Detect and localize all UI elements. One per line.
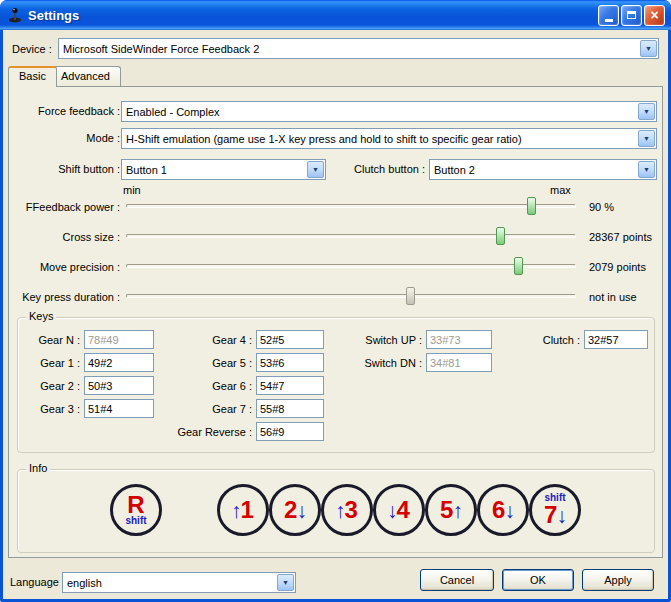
- ok-button[interactable]: OK: [502, 569, 574, 591]
- slider-thumb[interactable]: [496, 227, 505, 245]
- key-press-duration-slider[interactable]: [126, 287, 576, 305]
- keys-group-title: Keys: [26, 310, 56, 322]
- slider-max-label: max: [550, 184, 571, 196]
- move-precision-slider[interactable]: [126, 257, 576, 275]
- cancel-button[interactable]: Cancel: [420, 569, 494, 591]
- gear-6-input[interactable]: [256, 376, 324, 395]
- device-combobox[interactable]: Microsoft SideWinder Force Feedback 2 ▼: [58, 38, 659, 59]
- switch-up-field: Switch UP :: [354, 330, 492, 349]
- mode-combobox[interactable]: H-Shift emulation (game use 1-X key pres…: [121, 128, 657, 149]
- gear-3-number: 3: [345, 498, 358, 522]
- gear-7-field: Gear 7 :: [164, 399, 324, 418]
- tab-advanced[interactable]: Advanced: [50, 66, 121, 86]
- gear-7-number: 7: [544, 503, 557, 527]
- tab-panel-basic: Force feedback : Enabled - Complex ▼ Mod…: [8, 86, 663, 558]
- ffeedback-power-label: FFeedback power :: [14, 201, 120, 213]
- gear-n-label: Gear N :: [22, 334, 84, 346]
- language-value: english: [67, 577, 102, 589]
- gear-icon-3: ↑ 3: [321, 484, 373, 536]
- language-label: Language :: [10, 576, 65, 588]
- device-label: Device :: [12, 43, 52, 55]
- down-arrow-icon: ↓: [296, 500, 307, 521]
- shift-button-label: Shift button :: [14, 163, 120, 175]
- gear-6-field: Gear 6 :: [164, 376, 324, 395]
- gear-icon-2: 2 ↓: [269, 484, 321, 536]
- switch-dn-input[interactable]: [426, 353, 492, 372]
- switch-dn-field: Switch DN :: [354, 353, 492, 372]
- slider-track[interactable]: [126, 204, 576, 208]
- gear-4-input[interactable]: [256, 330, 324, 349]
- force-feedback-combobox[interactable]: Enabled - Complex ▼: [121, 101, 657, 122]
- key-press-duration-label: Key press duration :: [14, 291, 120, 303]
- clutch-label: Clutch :: [526, 334, 584, 346]
- gear-reverse-shift-label: shift: [125, 516, 146, 526]
- down-arrow-icon: ↓: [504, 500, 515, 521]
- gear-reverse-letter: R: [127, 494, 144, 516]
- settings-window: Settings × Device : Microsoft SideWinder…: [0, 0, 671, 602]
- gear-reverse-input[interactable]: [256, 422, 324, 441]
- gear-n-input[interactable]: [84, 330, 154, 349]
- clutch-input[interactable]: [584, 330, 648, 349]
- dropdown-arrow-icon[interactable]: ▼: [638, 130, 655, 147]
- gear-reverse-label: Gear Reverse :: [164, 426, 256, 438]
- gear-4-field: Gear 4 :: [164, 330, 324, 349]
- slider-track[interactable]: [126, 294, 576, 298]
- gear-7-input[interactable]: [256, 399, 324, 418]
- slider-thumb[interactable]: [406, 287, 415, 305]
- apply-button[interactable]: Apply: [582, 569, 654, 591]
- tab-basic[interactable]: Basic: [8, 66, 57, 87]
- gear-icon-7: shift 7 ↓: [529, 484, 581, 536]
- gear-6-number: 6: [492, 498, 505, 522]
- minimize-button[interactable]: [598, 5, 619, 26]
- gear-5-input[interactable]: [256, 353, 324, 372]
- up-arrow-icon: ↑: [452, 500, 463, 521]
- language-combobox[interactable]: english ▼: [62, 572, 296, 593]
- down-arrow-icon: ↓: [556, 505, 567, 526]
- gear-7-label: Gear 7 :: [164, 403, 256, 415]
- cross-size-label: Cross size :: [14, 231, 120, 243]
- dropdown-arrow-icon[interactable]: ▼: [640, 40, 657, 57]
- info-groupbox: Info R shift ↑ 1 2 ↓ ↑ 3: [17, 469, 655, 553]
- clutch-field: Clutch :: [526, 330, 648, 349]
- window-title: Settings: [28, 8, 79, 23]
- mode-value: H-Shift emulation (game use 1-X key pres…: [126, 133, 522, 145]
- gear-6-label: Gear 6 :: [164, 380, 256, 392]
- gear-1-number: 1: [241, 498, 254, 522]
- slider-track[interactable]: [126, 234, 576, 238]
- keys-groupbox: Keys Gear N : Gear 1 : Gear 2 : Gear 3 :: [17, 317, 655, 453]
- maximize-button[interactable]: [621, 5, 642, 26]
- slider-track[interactable]: [126, 264, 576, 268]
- key-press-duration-value: not in use: [589, 291, 637, 303]
- titlebar[interactable]: Settings ×: [0, 0, 671, 30]
- gear-icon-6: 6 ↓: [477, 484, 529, 536]
- dropdown-arrow-icon[interactable]: ▼: [307, 161, 324, 178]
- move-precision-value: 2079 points: [589, 261, 646, 273]
- gear-1-field: Gear 1 :: [22, 353, 154, 372]
- slider-thumb[interactable]: [527, 197, 536, 215]
- slider-thumb[interactable]: [514, 257, 523, 275]
- force-feedback-label: Force feedback :: [14, 105, 120, 117]
- cross-size-slider[interactable]: [126, 227, 576, 245]
- gear-3-input[interactable]: [84, 399, 154, 418]
- gear-1-input[interactable]: [84, 353, 154, 372]
- dropdown-arrow-icon[interactable]: ▼: [638, 103, 655, 120]
- gear-icon-4: ↓ 4: [373, 484, 425, 536]
- gear-4-label: Gear 4 :: [164, 334, 256, 346]
- gear-icon-1: ↑ 1: [217, 484, 269, 536]
- ffeedback-power-slider[interactable]: [126, 197, 576, 215]
- close-button[interactable]: ×: [644, 5, 665, 26]
- mode-label: Mode :: [14, 132, 120, 144]
- gear-reverse-field: Gear Reverse :: [164, 422, 324, 441]
- switch-up-input[interactable]: [426, 330, 492, 349]
- shift-button-combobox[interactable]: Button 1 ▼: [121, 159, 326, 180]
- clutch-button-combobox[interactable]: Button 2 ▼: [429, 159, 657, 180]
- gear-5-field: Gear 5 :: [164, 353, 324, 372]
- dropdown-arrow-icon[interactable]: ▼: [277, 574, 294, 591]
- gear-5-label: Gear 5 :: [164, 357, 256, 369]
- gear-n-field: Gear N :: [22, 330, 154, 349]
- dropdown-arrow-icon[interactable]: ▼: [638, 161, 655, 178]
- gear-2-input[interactable]: [84, 376, 154, 395]
- gear-3-label: Gear 3 :: [22, 403, 84, 415]
- clutch-button-value: Button 2: [434, 164, 475, 176]
- shift-button-value: Button 1: [126, 164, 167, 176]
